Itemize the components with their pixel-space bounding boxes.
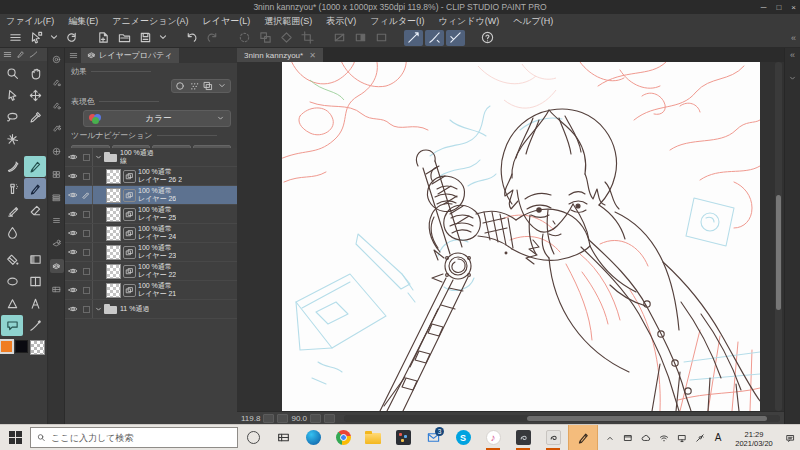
menu-s[interactable]: 選択範囲(S)	[264, 15, 312, 28]
transparent-color-swatch[interactable]	[30, 340, 45, 355]
close-tab-icon[interactable]: ✕	[309, 51, 316, 60]
blend-tool[interactable]	[1, 222, 23, 243]
tray-onedrive[interactable]	[638, 427, 654, 449]
eraser-tool[interactable]	[24, 200, 46, 221]
save-dropdown-button[interactable]	[157, 30, 169, 46]
layer-visibility-toggle[interactable]	[65, 190, 80, 200]
layer-row[interactable]: 100 %通常レイヤー 26 2	[65, 167, 237, 186]
effect-expand-icon[interactable]	[217, 81, 227, 91]
correct-line-tool[interactable]	[24, 315, 46, 336]
save-file-button[interactable]	[136, 30, 155, 46]
tray-display[interactable]	[674, 427, 690, 449]
tray-ime-mode[interactable]: A	[710, 427, 726, 449]
auto-select-tool[interactable]	[1, 129, 23, 150]
airbrush-tool[interactable]	[1, 178, 23, 199]
dock-quick-access[interactable]	[50, 52, 64, 66]
taskbar-clip-studio[interactable]	[508, 425, 538, 450]
border-effect-icon[interactable]	[175, 81, 185, 91]
frame-border-tool[interactable]	[24, 271, 46, 292]
layer-check-cell[interactable]	[80, 243, 93, 261]
layer-row[interactable]: 100 %通常レイヤー 24	[65, 224, 237, 243]
panel-menu-icon[interactable]	[69, 51, 78, 60]
move-layer-tool[interactable]	[24, 85, 46, 106]
layer-visibility-toggle[interactable]	[65, 266, 80, 276]
expand-dock-icon[interactable]: «	[790, 50, 795, 60]
tray-tray-expand[interactable]	[602, 427, 618, 449]
layer-checkbox[interactable]	[83, 211, 90, 218]
menu-i[interactable]: フィルター(I)	[370, 15, 424, 28]
layer-thumbnail[interactable]	[106, 188, 121, 203]
hand-tool[interactable]	[24, 63, 46, 84]
layer-thumbnail[interactable]	[106, 207, 121, 222]
layer-row[interactable]: 100 %通常レイヤー 21	[65, 281, 237, 300]
layer-check-cell[interactable]	[80, 300, 93, 318]
layer-visibility-toggle[interactable]	[65, 247, 80, 257]
layer-checkbox[interactable]	[83, 306, 90, 313]
layer-row[interactable]: 100 %通常レイヤー 22	[65, 262, 237, 281]
taskbar-cortana[interactable]	[238, 425, 268, 450]
dock-tool-property[interactable]	[50, 98, 64, 112]
minimize-button[interactable]: ─	[761, 3, 767, 12]
menu-f[interactable]: ファイル(F)	[6, 15, 54, 28]
gradient-tool[interactable]	[24, 249, 46, 270]
maximize-button[interactable]: □	[776, 3, 781, 12]
undo-button[interactable]	[182, 30, 201, 46]
vertical-scrollbar[interactable]	[775, 62, 782, 411]
layer-checkbox[interactable]	[83, 173, 90, 180]
menu-w[interactable]: ウィンドウ(W)	[439, 15, 500, 28]
tray-clock[interactable]: 21:292021/03/20	[728, 427, 780, 448]
dock-timeline[interactable]	[50, 282, 64, 296]
figure-tool[interactable]	[1, 271, 23, 292]
selection-lasso-tool[interactable]	[1, 107, 23, 128]
fude-brush-tool[interactable]	[1, 156, 23, 177]
layer-check-cell[interactable]	[80, 262, 93, 280]
layer-visibility-toggle[interactable]	[65, 209, 80, 219]
pencil-tool[interactable]	[24, 178, 46, 199]
snap-to-grid-button[interactable]	[446, 30, 465, 46]
dock-layer-search[interactable]	[50, 236, 64, 250]
document-tab[interactable]: 3ninn kannzyou* ✕	[237, 48, 323, 62]
zoom-out-button[interactable]	[263, 414, 274, 423]
layer-visibility-toggle[interactable]	[65, 285, 80, 295]
open-file-button[interactable]	[115, 30, 134, 46]
layer-thumbnail[interactable]	[106, 226, 121, 241]
layer-editing-indicator[interactable]	[80, 186, 93, 204]
reselect-button[interactable]	[256, 30, 275, 46]
taskbar-search[interactable]	[30, 427, 238, 448]
folder-collapse-icon[interactable]	[93, 153, 103, 162]
taskbar-clip-studio-paint-window[interactable]	[568, 425, 598, 450]
tray-wifi[interactable]	[656, 427, 672, 449]
taskbar-itunes[interactable]: ♪	[478, 425, 508, 450]
search-input[interactable]	[51, 433, 231, 443]
layer-checkbox[interactable]	[83, 287, 90, 294]
rotate-right-button[interactable]	[324, 414, 335, 423]
tray-tablet-settings[interactable]	[620, 427, 636, 449]
menu-h[interactable]: ヘルプ(H)	[513, 15, 553, 28]
layer-folder-row[interactable]: 100 %通過線	[65, 148, 237, 167]
dock-brush-size[interactable]	[50, 121, 64, 135]
close-button[interactable]: ×	[791, 3, 796, 12]
menu-l[interactable]: レイヤー(L)	[203, 15, 251, 28]
layer-row[interactable]: 100 %通常レイヤー 25	[65, 205, 237, 224]
selection-launcher-off-button[interactable]	[330, 30, 349, 46]
text-tool[interactable]	[24, 293, 46, 314]
main-menu-button[interactable]	[6, 30, 25, 46]
rotate-left-button[interactable]	[310, 414, 321, 423]
expression-color-dropdown[interactable]: カラー	[83, 110, 231, 127]
redo-button[interactable]	[203, 30, 222, 46]
zoom-tool[interactable]	[1, 63, 23, 84]
dock-sub-tool[interactable]	[50, 75, 64, 89]
tray-pen-device[interactable]	[692, 427, 708, 449]
tool-tab-alt-icon[interactable]	[29, 50, 38, 59]
how-to-use-button[interactable]	[478, 30, 497, 46]
new-file-button[interactable]	[94, 30, 113, 46]
selection-border-half-button[interactable]	[351, 30, 370, 46]
layer-thumbnail[interactable]	[106, 264, 121, 279]
taskbar-file-explorer[interactable]	[358, 425, 388, 450]
snap-to-ruler-button[interactable]	[404, 30, 423, 46]
dock-color-slider[interactable]	[50, 190, 64, 204]
sub-color-swatch[interactable]	[15, 340, 28, 353]
tool-tab-pen-icon[interactable]	[16, 50, 25, 59]
crop-selection-button[interactable]	[298, 30, 317, 46]
taskbar-edge[interactable]	[298, 425, 328, 450]
